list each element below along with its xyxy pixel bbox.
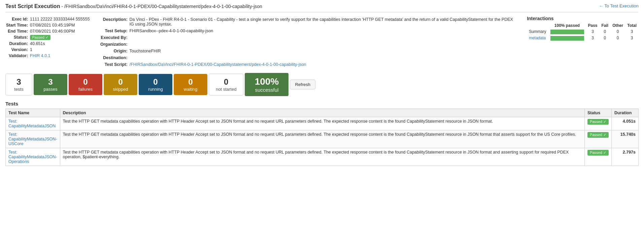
stat-tests: 3 tests xyxy=(5,74,32,95)
test-name-link[interactable]: Test: CapabilityMetadataJSON-USCore xyxy=(8,132,57,146)
interactions-table: 100% passed Pass Fail Other Total Summar… xyxy=(527,23,639,41)
interaction-other: 0 xyxy=(610,29,625,35)
validator-link[interactable]: FHIR 4.0.1 xyxy=(30,53,50,58)
back-link[interactable]: ← To Test Execution xyxy=(599,3,639,8)
skipped-num: 0 xyxy=(110,77,131,87)
col-test-name-header: Test Name xyxy=(6,109,60,117)
interactions-panel: Interactions 100% passed Pass Fail Other… xyxy=(527,16,639,68)
version-label: Version: xyxy=(6,47,29,52)
interaction-fail: 0 xyxy=(600,29,611,35)
table-row: Test: CapabilityMetadataJSON-USCoreTest … xyxy=(6,130,639,148)
passes-num: 3 xyxy=(40,77,61,87)
page-header: Test Script Execution - /FHIRSandbox/DaV… xyxy=(5,3,639,12)
test-duration: 2.797s xyxy=(612,148,639,166)
table-row: Test: CapabilityMetadataJSON-OperationsT… xyxy=(6,148,639,166)
interaction-pass: 3 xyxy=(586,35,600,41)
stat-running: 0 running xyxy=(139,74,172,95)
title-path: - /FHIRSandbox/DaVinci/FHIR4-0-1-PDEX/00… xyxy=(60,4,262,9)
col-other-header: Other xyxy=(610,23,625,29)
executed-by-label: Executed By: xyxy=(100,35,129,41)
interaction-total: 3 xyxy=(625,35,639,41)
destination-value xyxy=(130,55,520,61)
description-label: Description: xyxy=(100,16,129,27)
test-description: Test the HTTP GET metadata capabilities … xyxy=(60,130,584,148)
running-lbl: running xyxy=(145,87,166,92)
executed-by-value xyxy=(130,35,520,41)
validator-label: Validator: xyxy=(6,53,29,58)
status-label: Status: xyxy=(6,35,29,40)
not-started-lbl: not started xyxy=(216,87,236,92)
col-pass-header: Pass xyxy=(586,23,600,29)
col-total-header: Total xyxy=(625,23,639,29)
tests-lbl: tests xyxy=(12,87,25,92)
test-status-badge: Passed xyxy=(587,132,609,138)
table-row: Test: CapabilityMetadataJSONTest the HTT… xyxy=(6,117,639,130)
not-started-num: 0 xyxy=(216,77,236,87)
col-pct-header: 100% passed xyxy=(548,23,586,29)
duration-label: Duration: xyxy=(6,41,29,46)
tests-table: Test Name Description Status Duration Te… xyxy=(5,109,639,166)
organization-label: Organization: xyxy=(100,41,129,47)
test-description: Test the HTTP GET metadata capabilities … xyxy=(60,117,584,130)
description-value: Da Vinci - PDex - FHIR R4-0-1 - Scenario… xyxy=(130,16,520,27)
interaction-progress-cell xyxy=(548,35,586,41)
test-name-link[interactable]: Test: CapabilityMetadataJSON-Operations xyxy=(8,150,57,164)
test-duration: 15.740s xyxy=(612,130,639,148)
interaction-fail: 0 xyxy=(600,35,611,41)
destination-label: Destination: xyxy=(100,55,129,61)
col-fail-header: Fail xyxy=(600,23,611,29)
stat-success: 100% successful xyxy=(245,73,289,96)
interaction-row-name: Summary xyxy=(527,29,548,35)
organization-value xyxy=(130,41,520,47)
status-badge: Passed xyxy=(30,35,50,40)
tests-section: Tests Test Name Description Status Durat… xyxy=(5,101,639,166)
test-name-link[interactable]: Test: CapabilityMetadataJSON xyxy=(8,119,56,128)
version-value: 1 xyxy=(30,47,91,52)
test-status-badge: Passed xyxy=(587,150,609,156)
test-script-label: Test Script: xyxy=(100,61,129,68)
start-time-value: 07/08/2021 03:45:19PM xyxy=(30,23,91,28)
tests-num: 3 xyxy=(12,77,25,87)
stats-row: 3 tests 3 passes 0 failures 0 skipped 0 … xyxy=(5,73,639,96)
origin-value: TouchstoneFHIR xyxy=(130,48,520,54)
title-main: Test Script Execution xyxy=(5,3,60,9)
running-num: 0 xyxy=(145,77,166,87)
col-status-header: Status xyxy=(585,109,612,117)
stat-waiting: 0 waiting xyxy=(174,74,207,95)
exec-id-label: Exec Id: xyxy=(6,16,29,22)
col-description-header: Description xyxy=(60,109,584,117)
test-status-cell: Passed xyxy=(585,148,612,166)
test-status-cell: Passed xyxy=(585,130,612,148)
tests-title: Tests xyxy=(5,101,639,107)
meta-center-table: Description: Da Vinci - PDex - FHIR R4-0… xyxy=(100,16,520,68)
test-status-cell: Passed xyxy=(585,117,612,130)
interactions-title: Interactions xyxy=(527,16,639,21)
stat-failures: 0 failures xyxy=(69,74,102,95)
interaction-other: 0 xyxy=(610,35,625,41)
waiting-lbl: waiting xyxy=(180,87,201,92)
duration-value: 40.651s xyxy=(30,41,91,46)
title-text: Test Script Execution - /FHIRSandbox/DaV… xyxy=(5,3,262,9)
stat-not-started: 0 not started xyxy=(209,74,243,95)
success-pct: 100% xyxy=(251,76,282,87)
exec-id-value: 1111 22222 333333444 555555 xyxy=(30,16,91,22)
success-lbl: successful xyxy=(251,87,282,93)
stat-passes: 3 passes xyxy=(34,74,67,95)
start-time-label: Start Time: xyxy=(6,23,29,28)
meta-left: Exec Id: 1111 22222 333333444 555555 Sta… xyxy=(5,16,93,68)
meta-left-table: Exec Id: 1111 22222 333333444 555555 Sta… xyxy=(5,16,92,59)
waiting-num: 0 xyxy=(180,77,201,87)
col-duration-header: Duration xyxy=(612,109,639,117)
stat-skipped: 0 skipped xyxy=(104,74,137,95)
meta-section: Exec Id: 1111 22222 333333444 555555 Sta… xyxy=(5,16,639,68)
interaction-total: 3 xyxy=(625,29,639,35)
test-duration: 4.051s xyxy=(612,117,639,130)
test-script-link[interactable]: /FHIRSandbox/DaVinci/FHIR4-0-1-PDEX/00-C… xyxy=(130,62,306,67)
test-description: Test the HTTP GET metadata capabilities … xyxy=(60,148,584,166)
page-title: Test Script Execution - /FHIRSandbox/DaV… xyxy=(5,3,262,9)
refresh-button[interactable]: Refresh xyxy=(290,80,315,89)
interaction-progress-cell xyxy=(548,29,586,35)
interaction-row-link[interactable]: metadata xyxy=(529,36,546,40)
end-time-label: End Time: xyxy=(6,29,29,34)
origin-label: Origin: xyxy=(100,48,129,54)
